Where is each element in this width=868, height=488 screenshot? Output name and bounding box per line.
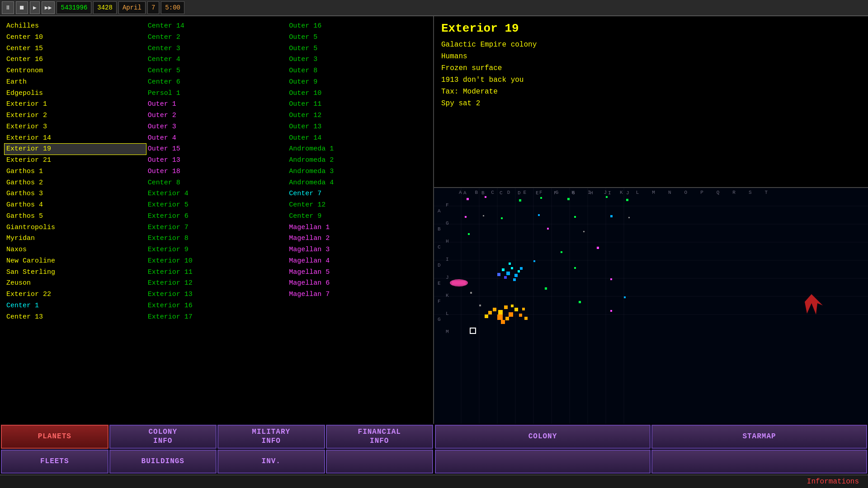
list-item[interactable]: Center 6 <box>146 77 288 88</box>
list-item[interactable]: Centronom <box>5 66 146 76</box>
list-item-selected[interactable]: Exterior 19 <box>5 144 146 155</box>
list-item[interactable]: Exterior 1 <box>5 99 146 110</box>
colony-button[interactable]: COLONY <box>435 425 651 449</box>
list-item[interactable]: Center 12 <box>287 200 429 211</box>
list-item[interactable]: Exterior 10 <box>146 256 288 267</box>
list-item[interactable]: Andromeda 1 <box>287 144 429 155</box>
starmap[interactable]: A B C D E F G H I J A B C D E F G <box>434 188 868 424</box>
buildings-button[interactable]: BUILDINGS <box>109 450 217 474</box>
empty-button[interactable] <box>326 450 434 474</box>
list-item[interactable]: Persol 1 <box>146 88 288 99</box>
list-item[interactable]: Outer 15 <box>146 144 288 155</box>
list-item[interactable]: Outer 3 <box>287 54 429 65</box>
list-item[interactable]: Earth <box>5 77 146 88</box>
list-item[interactable]: Exterior 21 <box>5 155 146 166</box>
list-item[interactable]: Exterior 3 <box>5 122 146 132</box>
list-item[interactable]: Outer 18 <box>146 166 288 177</box>
planets-button[interactable]: PLANETS <box>1 425 108 449</box>
list-item[interactable]: Center 15 <box>5 43 146 54</box>
list-item[interactable]: Outer 16 <box>287 21 429 32</box>
list-item[interactable]: Exterior 8 <box>146 233 288 244</box>
financial-info-button[interactable]: FINANCIALINFO <box>326 425 434 449</box>
empty-right-1[interactable] <box>435 450 651 474</box>
military-info-button[interactable]: MILITARYINFO <box>217 425 325 449</box>
list-item[interactable]: Garthos 2 <box>5 178 146 188</box>
list-item[interactable]: Center 4 <box>146 54 288 65</box>
list-item[interactable]: Exterior 11 <box>146 267 288 278</box>
list-item[interactable]: Center 2 <box>146 32 288 43</box>
list-item[interactable]: Magellan 1 <box>287 222 429 233</box>
list-item[interactable]: Outer 13 <box>146 155 288 166</box>
list-item[interactable]: Achilles <box>5 21 146 32</box>
list-item[interactable]: Center 10 <box>5 32 146 43</box>
list-item[interactable]: Outer 12 <box>287 110 429 121</box>
list-item[interactable]: Myridan <box>5 233 146 244</box>
list-item[interactable]: Naxos <box>5 244 146 255</box>
play-button[interactable]: ▶ <box>30 1 40 14</box>
list-item[interactable]: San Sterling <box>5 267 146 278</box>
list-item[interactable]: Andromeda 3 <box>287 166 429 177</box>
list-item[interactable]: Outer 5 <box>287 32 429 43</box>
list-item[interactable]: Exterior 13 <box>146 289 288 300</box>
list-item[interactable]: Magellan 6 <box>287 278 429 289</box>
list-item[interactable]: Center 13 <box>5 312 146 323</box>
inv-button[interactable]: INV. <box>217 450 325 474</box>
list-item[interactable]: Center 5 <box>146 66 288 76</box>
list-item[interactable]: Outer 8 <box>287 66 429 76</box>
list-item[interactable]: Garthos 5 <box>5 211 146 222</box>
svg-rect-34 <box>467 198 469 200</box>
list-item[interactable]: Exterior 7 <box>146 222 288 233</box>
list-item[interactable]: Center 1 <box>5 300 146 311</box>
list-item[interactable]: Exterior 2 <box>5 110 146 121</box>
list-item[interactable]: Garthos 4 <box>5 200 146 211</box>
list-item[interactable]: Outer 5 <box>287 43 429 54</box>
list-item[interactable]: Magellan 2 <box>287 233 429 244</box>
fast-forward-button[interactable]: ▶▶ <box>42 1 55 14</box>
planet-columns: Achilles Center 10 Center 15 Center 16 C… <box>5 21 429 419</box>
list-item[interactable]: Outer 1 <box>146 99 288 110</box>
list-item[interactable]: Magellan 4 <box>287 256 429 267</box>
list-item[interactable]: Outer 4 <box>146 133 288 144</box>
fleets-button[interactable]: FLEETS <box>1 450 108 474</box>
list-item[interactable]: Outer 14 <box>287 133 429 144</box>
list-item[interactable]: Exterior 4 <box>146 188 288 199</box>
list-item[interactable]: Garthos 3 <box>5 188 146 199</box>
list-item[interactable]: Outer 11 <box>287 99 429 110</box>
list-item[interactable]: Center 9 <box>287 211 429 222</box>
list-item[interactable]: Garthos 1 <box>5 166 146 177</box>
list-item[interactable]: New Caroline <box>5 256 146 267</box>
list-item[interactable]: Center 16 <box>5 54 146 65</box>
list-item[interactable]: Outer 9 <box>287 77 429 88</box>
list-item[interactable]: Giantropolis <box>5 222 146 233</box>
list-item[interactable]: Outer 13 <box>287 122 429 132</box>
list-item[interactable]: Center 3 <box>146 43 288 54</box>
list-item[interactable]: Andromeda 2 <box>287 155 429 166</box>
list-item[interactable]: Center 14 <box>146 21 288 32</box>
list-item[interactable]: Edgepolis <box>5 88 146 99</box>
empty-right-2[interactable] <box>651 450 867 474</box>
list-item[interactable]: Outer 2 <box>146 110 288 121</box>
list-item[interactable]: Andromeda 4 <box>287 178 429 188</box>
starmap-button[interactable]: STARMAP <box>651 425 867 449</box>
list-item[interactable]: Exterior 12 <box>146 278 288 289</box>
list-item[interactable]: Magellan 5 <box>287 267 429 278</box>
svg-rect-82 <box>545 287 547 290</box>
list-item[interactable]: Magellan 7 <box>287 289 429 300</box>
list-item[interactable]: Center 8 <box>146 178 288 188</box>
list-item[interactable]: Exterior 22 <box>5 289 146 300</box>
list-item[interactable]: Exterior 14 <box>5 133 146 144</box>
list-item[interactable]: Exterior 5 <box>146 200 288 211</box>
list-item[interactable]: Exterior 6 <box>146 211 288 222</box>
stop-button[interactable]: ⏹ <box>16 1 28 14</box>
list-item[interactable]: Zeuson <box>5 278 146 289</box>
list-item[interactable]: Exterior 16 <box>146 300 288 311</box>
list-item[interactable]: Outer 3 <box>146 122 288 132</box>
list-item[interactable]: Center 7 <box>287 188 429 199</box>
toolbar: ⏸ ⏹ ▶ ▶▶ 5431996 3428 April 7 5:00 <box>0 0 868 16</box>
list-item[interactable]: Outer 10 <box>287 88 429 99</box>
list-item[interactable]: Exterior 17 <box>146 312 288 323</box>
list-item[interactable]: Magellan 3 <box>287 244 429 255</box>
colony-info-button[interactable]: COLONYINFO <box>109 425 217 449</box>
list-item[interactable]: Exterior 9 <box>146 244 288 255</box>
pause-button[interactable]: ⏸ <box>2 1 14 14</box>
